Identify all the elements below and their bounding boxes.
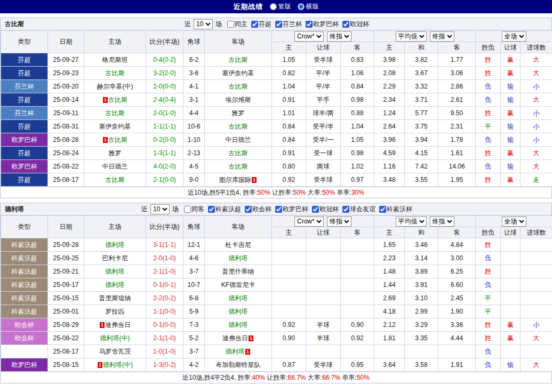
filter-league-option[interactable]: 球会友谊 <box>342 205 375 214</box>
result-wdl-cell: 负 <box>476 345 501 358</box>
filter-checkbox[interactable] <box>275 206 282 213</box>
team-link: 图尔库国际 <box>219 176 251 183</box>
filter-checkbox[interactable] <box>208 206 215 213</box>
home-team-cell: 罗拉匹 <box>84 305 146 318</box>
league-type-cell: 芬超 <box>1 53 48 67</box>
result-goals-cell: 小 <box>521 107 552 120</box>
layout-horizontal-option[interactable]: 横版 <box>298 2 319 11</box>
odds-handicap-cell <box>306 305 341 318</box>
odds-kind-select[interactable]: 终指 <box>327 31 351 42</box>
score-cell: 0-4(0-2) <box>146 53 183 67</box>
avg-provider-select[interactable]: 平均值 <box>396 31 427 42</box>
team-link: 杜卡吉尼 <box>226 241 251 249</box>
filter-prefix-label: 近 <box>141 205 148 214</box>
filter-checkbox[interactable] <box>227 21 234 28</box>
team-link: 罗拉匹 <box>106 308 125 315</box>
filter-league-option[interactable]: 欧会杯 <box>245 205 271 214</box>
score-cell: 3-2(2-0) <box>146 67 183 80</box>
avg-provider-select[interactable]: 平均值 <box>396 217 427 227</box>
odds-away-cell <box>341 238 374 252</box>
filter-checkbox[interactable] <box>251 21 258 28</box>
scope-select[interactable]: 全场 <box>502 31 526 42</box>
odds-away-cell: 1.05 <box>341 133 374 147</box>
team-link: 普里什蒂纳 <box>222 268 254 275</box>
avg-home-cell <box>374 345 405 358</box>
layout-vertical-option[interactable]: 竖版 <box>270 2 291 11</box>
vertical-radio[interactable] <box>270 3 277 10</box>
filter-league-option[interactable]: 欧罗巴杯 <box>275 205 308 214</box>
avg-kind-select[interactable]: 终指 <box>430 217 454 227</box>
avg-home-cell: 4.18 <box>374 305 405 318</box>
filter-checkbox[interactable] <box>306 21 313 28</box>
match-row: 科索沃超25-09-15普里斯堤纳2-2(0-2)6-8德利塔2.693.102… <box>1 292 552 305</box>
team-name: 古比斯 <box>5 20 24 29</box>
result-handicap-cell: 输 <box>501 358 521 372</box>
result-wdl-cell: 负 <box>476 160 501 173</box>
corner-cell: 4-2 <box>183 358 205 372</box>
recent-count-select[interactable]: 10 <box>194 19 213 29</box>
match-row: 科索沃超25-09-28德利塔3-1(1-1)12-1杜卡吉尼1.653.464… <box>1 238 552 252</box>
odds-provider-select[interactable]: Crow* <box>294 217 324 227</box>
team-name: 德利塔 <box>5 205 24 214</box>
filter-league-option[interactable]: 科索沃杯 <box>379 205 412 214</box>
filter-checkbox-label: 欧会杯 <box>252 205 271 214</box>
horizontal-radio[interactable] <box>298 3 305 10</box>
avg-draw-cell: 3.91 <box>405 278 438 292</box>
score-cell: 1-3(0-2) <box>146 358 183 372</box>
score-cell: 1-0(1-0) <box>146 345 183 358</box>
result-wdl-cell: 胜 <box>476 265 501 278</box>
filter-same-venue-option[interactable]: 同客 <box>184 205 204 214</box>
avg-away-cell: 1.77 <box>438 53 476 67</box>
odds-source-header: Crow*终指 <box>272 216 374 227</box>
match-row: 芬超25-08-17古比斯2-1(0-0)9-0图尔库国际10.92受半球0.9… <box>1 173 552 187</box>
home-team-cell: 乌罗舍瓦茨 <box>84 345 146 358</box>
filter-checkbox[interactable] <box>312 206 319 213</box>
filter-checkbox[interactable] <box>342 206 349 213</box>
sub-column-header: 客 <box>341 42 374 53</box>
league-type-cell: 科索沃超 <box>1 265 48 278</box>
result-goals-cell: 大 <box>521 53 552 67</box>
avg-home-cell: 4.59 <box>374 147 405 160</box>
avg-home-cell: 1.48 <box>374 265 405 278</box>
result-goals-cell <box>521 252 552 265</box>
odds-handicap-cell: 受半球 <box>306 53 341 67</box>
result-handicap-cell <box>501 305 521 318</box>
avg-kind-select[interactable]: 终指 <box>430 31 454 42</box>
corner-cell: 7-3 <box>183 318 205 332</box>
filter-checkbox[interactable] <box>245 206 252 213</box>
avg-home-cell: 1.24 <box>374 107 405 120</box>
result-goals-cell: 小 <box>521 318 552 332</box>
result-goals-cell <box>521 292 552 305</box>
result-handicap-cell <box>501 252 521 265</box>
match-date: 25-08-22 <box>48 160 84 173</box>
filter-checkbox[interactable] <box>184 206 191 213</box>
filter-same-venue-option[interactable]: 同主 <box>227 20 247 29</box>
odds-provider-select[interactable]: Crow* <box>294 31 324 42</box>
filter-league-option[interactable]: 欧罗巴杯 <box>306 20 339 29</box>
odds-away-cell: 1.02 <box>341 160 374 173</box>
recent-count-select[interactable]: 10 <box>150 204 170 214</box>
filter-league-option[interactable]: 欧冠杯 <box>342 20 369 29</box>
filter-league-option[interactable]: 芬兰杯 <box>275 20 302 29</box>
league-type-cell: 欧罗巴杯 <box>1 358 48 372</box>
away-team-cell: 图尔库国际1 <box>205 173 272 187</box>
column-header: 类型 <box>1 31 48 53</box>
filter-league-option[interactable]: 科索沃超 <box>208 205 241 214</box>
filter-checkbox-label: 欧罗巴杯 <box>283 205 308 214</box>
scope-select[interactable]: 全场 <box>502 217 526 227</box>
filter-checkbox[interactable] <box>379 206 386 213</box>
filter-league-option[interactable]: 欧冠杯 <box>312 205 339 214</box>
match-row: 芬超25-09-27格尼斯坦0-4(0-2)6-2古比斯1.05受半球0.833… <box>1 53 552 67</box>
team-link: 德利塔 <box>229 321 248 329</box>
team-link: 格尼斯坦 <box>102 56 128 63</box>
home-team-cell: 1德利塔(中) <box>84 358 146 372</box>
odds-source-header: Crow*终指 <box>272 31 374 42</box>
filter-league-option[interactable]: 芬超 <box>251 20 271 29</box>
summary-text: 66.7% <box>322 374 340 381</box>
filter-checkbox[interactable] <box>275 21 282 28</box>
home-team-cell: 1古比斯 <box>84 133 146 147</box>
odds-kind-select[interactable]: 终指 <box>327 217 351 227</box>
filter-checkbox[interactable] <box>342 21 349 28</box>
result-wdl-cell: 负 <box>476 93 501 107</box>
red-card-badge: 1 <box>98 362 102 368</box>
